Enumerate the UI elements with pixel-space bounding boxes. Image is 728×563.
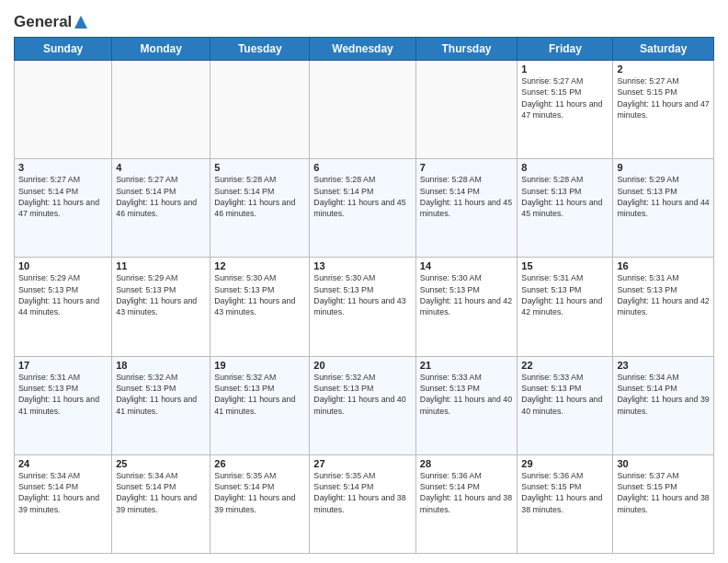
calendar-day-1: 1Sunrise: 5:27 AM Sunset: 5:15 PM Daylig… [518,61,613,159]
calendar-day-13: 13Sunrise: 5:30 AM Sunset: 5:13 PM Dayli… [310,258,416,356]
header-day-tuesday: Tuesday [210,38,310,61]
day-info: Sunrise: 5:28 AM Sunset: 5:13 PM Dayligh… [521,174,609,219]
day-info: Sunrise: 5:34 AM Sunset: 5:14 PM Dayligh… [617,372,710,417]
day-info: Sunrise: 5:28 AM Sunset: 5:14 PM Dayligh… [313,174,412,219]
day-info: Sunrise: 5:36 AM Sunset: 5:14 PM Dayligh… [420,470,514,515]
header-row: SundayMondayTuesdayWednesdayThursdayFrid… [15,38,714,61]
day-info: Sunrise: 5:28 AM Sunset: 5:14 PM Dayligh… [214,174,305,219]
calendar-day-empty [415,61,518,159]
calendar-day-24: 24Sunrise: 5:34 AM Sunset: 5:14 PM Dayli… [15,454,112,553]
day-info: Sunrise: 5:30 AM Sunset: 5:13 PM Dayligh… [420,272,514,317]
calendar-day-29: 29Sunrise: 5:36 AM Sunset: 5:15 PM Dayli… [518,454,613,553]
header-day-friday: Friday [518,38,613,61]
day-number: 9 [617,162,710,173]
day-number: 17 [18,360,108,371]
calendar-day-5: 5Sunrise: 5:28 AM Sunset: 5:14 PM Daylig… [210,159,310,258]
day-info: Sunrise: 5:27 AM Sunset: 5:14 PM Dayligh… [18,174,108,219]
day-info: Sunrise: 5:34 AM Sunset: 5:14 PM Dayligh… [116,470,206,515]
day-info: Sunrise: 5:30 AM Sunset: 5:13 PM Dayligh… [313,272,412,317]
header: General [14,9,714,29]
header-day-thursday: Thursday [415,38,518,61]
calendar-header: SundayMondayTuesdayWednesdayThursdayFrid… [15,38,714,61]
calendar-day-16: 16Sunrise: 5:31 AM Sunset: 5:13 PM Dayli… [613,258,714,356]
day-number: 3 [18,162,108,173]
day-number: 15 [521,260,609,271]
day-number: 19 [214,360,305,371]
calendar-day-4: 4Sunrise: 5:27 AM Sunset: 5:14 PM Daylig… [112,159,210,258]
calendar-day-10: 10Sunrise: 5:29 AM Sunset: 5:13 PM Dayli… [15,258,112,356]
day-number: 1 [521,63,609,75]
day-number: 20 [313,360,412,371]
calendar-day-17: 17Sunrise: 5:31 AM Sunset: 5:13 PM Dayli… [15,356,112,454]
day-info: Sunrise: 5:28 AM Sunset: 5:14 PM Dayligh… [420,174,514,219]
day-number: 12 [214,260,305,271]
day-info: Sunrise: 5:32 AM Sunset: 5:13 PM Dayligh… [214,372,305,417]
day-info: Sunrise: 5:33 AM Sunset: 5:13 PM Dayligh… [420,372,514,417]
calendar-day-27: 27Sunrise: 5:35 AM Sunset: 5:14 PM Dayli… [310,454,416,553]
logo: General [14,9,89,29]
day-number: 23 [617,360,710,371]
day-number: 10 [18,260,108,271]
day-number: 25 [116,458,206,469]
calendar-day-19: 19Sunrise: 5:32 AM Sunset: 5:13 PM Dayli… [210,356,310,454]
day-info: Sunrise: 5:29 AM Sunset: 5:13 PM Dayligh… [617,174,710,219]
calendar-day-9: 9Sunrise: 5:29 AM Sunset: 5:13 PM Daylig… [613,159,714,258]
calendar-day-11: 11Sunrise: 5:29 AM Sunset: 5:13 PM Dayli… [112,258,210,356]
day-number: 18 [116,360,206,371]
calendar-day-8: 8Sunrise: 5:28 AM Sunset: 5:13 PM Daylig… [518,159,613,258]
day-number: 5 [214,162,305,173]
day-info: Sunrise: 5:27 AM Sunset: 5:15 PM Dayligh… [617,75,710,121]
day-number: 29 [521,458,609,469]
header-day-monday: Monday [112,38,210,61]
day-info: Sunrise: 5:27 AM Sunset: 5:15 PM Dayligh… [521,75,609,121]
header-day-sunday: Sunday [15,38,112,61]
calendar-day-2: 2Sunrise: 5:27 AM Sunset: 5:15 PM Daylig… [613,61,714,159]
calendar-week-4: 17Sunrise: 5:31 AM Sunset: 5:13 PM Dayli… [15,356,714,454]
calendar-day-empty [210,61,310,159]
day-number: 13 [313,260,412,271]
day-info: Sunrise: 5:36 AM Sunset: 5:15 PM Dayligh… [521,470,609,515]
day-number: 7 [420,162,514,173]
day-number: 28 [420,458,514,469]
calendar-day-20: 20Sunrise: 5:32 AM Sunset: 5:13 PM Dayli… [310,356,416,454]
day-number: 24 [18,458,108,469]
day-info: Sunrise: 5:32 AM Sunset: 5:13 PM Dayligh… [313,372,412,417]
day-number: 26 [214,458,305,469]
day-number: 6 [313,162,412,173]
calendar-day-25: 25Sunrise: 5:34 AM Sunset: 5:14 PM Dayli… [112,454,210,553]
calendar-day-empty [310,61,416,159]
day-info: Sunrise: 5:31 AM Sunset: 5:13 PM Dayligh… [18,372,108,417]
calendar-day-14: 14Sunrise: 5:30 AM Sunset: 5:13 PM Dayli… [415,258,518,356]
header-day-saturday: Saturday [613,38,714,61]
day-info: Sunrise: 5:35 AM Sunset: 5:14 PM Dayligh… [313,470,412,515]
calendar-day-18: 18Sunrise: 5:32 AM Sunset: 5:13 PM Dayli… [112,356,210,454]
day-info: Sunrise: 5:30 AM Sunset: 5:13 PM Dayligh… [214,272,305,317]
calendar-day-21: 21Sunrise: 5:33 AM Sunset: 5:13 PM Dayli… [415,356,518,454]
header-day-wednesday: Wednesday [310,38,416,61]
day-number: 22 [521,360,609,371]
day-info: Sunrise: 5:34 AM Sunset: 5:14 PM Dayligh… [18,470,108,515]
calendar-day-22: 22Sunrise: 5:33 AM Sunset: 5:13 PM Dayli… [518,356,613,454]
calendar-week-1: 1Sunrise: 5:27 AM Sunset: 5:15 PM Daylig… [15,61,714,159]
day-number: 21 [420,360,514,371]
day-info: Sunrise: 5:35 AM Sunset: 5:14 PM Dayligh… [214,470,305,515]
day-number: 2 [617,63,710,75]
day-number: 11 [116,260,206,271]
day-info: Sunrise: 5:32 AM Sunset: 5:13 PM Dayligh… [116,372,206,417]
day-number: 16 [617,260,710,271]
calendar-week-5: 24Sunrise: 5:34 AM Sunset: 5:14 PM Dayli… [15,454,714,553]
calendar-week-2: 3Sunrise: 5:27 AM Sunset: 5:14 PM Daylig… [15,159,714,258]
calendar-day-23: 23Sunrise: 5:34 AM Sunset: 5:14 PM Dayli… [613,356,714,454]
day-info: Sunrise: 5:31 AM Sunset: 5:13 PM Dayligh… [521,272,609,317]
day-number: 14 [420,260,514,271]
calendar-day-12: 12Sunrise: 5:30 AM Sunset: 5:13 PM Dayli… [210,258,310,356]
calendar-day-empty [15,61,112,159]
calendar-day-15: 15Sunrise: 5:31 AM Sunset: 5:13 PM Dayli… [518,258,613,356]
calendar-day-30: 30Sunrise: 5:37 AM Sunset: 5:15 PM Dayli… [613,454,714,553]
calendar-day-28: 28Sunrise: 5:36 AM Sunset: 5:14 PM Dayli… [415,454,518,553]
svg-marker-0 [74,16,87,29]
day-number: 30 [617,458,710,469]
day-info: Sunrise: 5:29 AM Sunset: 5:13 PM Dayligh… [18,272,108,317]
day-info: Sunrise: 5:37 AM Sunset: 5:15 PM Dayligh… [617,470,710,515]
logo-icon [73,14,89,30]
